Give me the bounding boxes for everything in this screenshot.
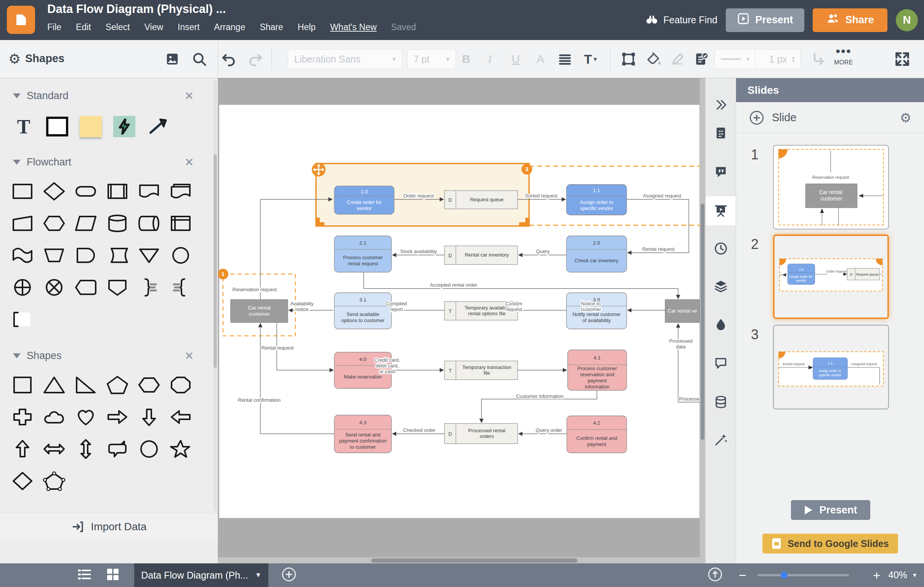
process-node-3.1[interactable]: 3.1Send availableoptions to customer bbox=[334, 293, 391, 329]
page-tab[interactable]: Data Flow Diagram (Ph... ▼ bbox=[134, 563, 268, 587]
data-store[interactable]: DRental car inventory bbox=[444, 246, 518, 264]
present-button[interactable]: Present bbox=[726, 8, 804, 32]
canvas-vscroll-thumb[interactable] bbox=[701, 204, 705, 440]
group-badge[interactable]: 1 bbox=[218, 269, 228, 279]
zoom-level[interactable]: 40% ▼ bbox=[888, 569, 917, 580]
slides-settings-gear-icon[interactable]: ⚙ bbox=[900, 110, 911, 125]
shape-preparation[interactable] bbox=[41, 212, 68, 234]
zoom-out-button[interactable]: − bbox=[739, 568, 746, 583]
history-icon[interactable] bbox=[706, 234, 736, 263]
shape-arrow[interactable] bbox=[146, 115, 169, 139]
canvas[interactable]: 1.0Create order forvendor1.1Assign order… bbox=[218, 78, 705, 563]
font-size-select[interactable]: 7 pt▾ bbox=[407, 49, 456, 69]
shape-data-icon[interactable] bbox=[706, 119, 736, 147]
process-node-4.2[interactable]: 4.2Confirm rental andpayment bbox=[567, 416, 627, 453]
shape-merge[interactable] bbox=[136, 244, 162, 266]
layers-icon[interactable] bbox=[706, 272, 736, 301]
shape-brace-right[interactable] bbox=[136, 276, 162, 298]
close-section-icon[interactable]: ✕ bbox=[185, 349, 194, 363]
shape-polygon-editable[interactable] bbox=[41, 470, 68, 492]
shape-display-flag[interactable] bbox=[9, 244, 36, 266]
process-node-1.0[interactable]: 1.0Create order forvendor bbox=[334, 186, 394, 214]
shape-internal-storage[interactable] bbox=[167, 212, 194, 234]
sidebar-scrollbar-thumb[interactable] bbox=[213, 154, 217, 368]
shape-star[interactable] bbox=[167, 438, 194, 460]
shape-frame-icon[interactable] bbox=[620, 51, 637, 67]
zoom-to-selection-icon[interactable] bbox=[708, 567, 723, 584]
shape-pentagon[interactable] bbox=[104, 374, 131, 396]
shape-callout[interactable] bbox=[104, 438, 131, 460]
comments-icon[interactable] bbox=[706, 157, 736, 186]
menu-file[interactable]: File bbox=[47, 22, 61, 32]
close-section-icon[interactable]: ✕ bbox=[185, 155, 194, 169]
slide-thumbnail-2-selected[interactable]: 1.0 Create order for vendor Order reques… bbox=[773, 234, 889, 319]
process-node-1.1[interactable]: 1.1Assign order tospecific vendor bbox=[566, 185, 627, 215]
menu-help[interactable]: Help bbox=[298, 22, 316, 32]
menu-insert[interactable]: Insert bbox=[178, 22, 200, 32]
move-handle-icon[interactable] bbox=[312, 163, 325, 176]
add-page-icon[interactable] bbox=[281, 567, 297, 584]
import-data-button[interactable]: Import Data bbox=[0, 513, 218, 540]
shape-document[interactable] bbox=[136, 180, 162, 203]
more-button[interactable]: ••• MORE bbox=[830, 45, 857, 66]
shape-magic-bolt[interactable] bbox=[113, 115, 136, 139]
shape-arrow-left[interactable] bbox=[167, 406, 194, 428]
external-entity[interactable]: Car rental ve bbox=[665, 300, 700, 323]
collapse-panel-icon[interactable] bbox=[706, 90, 736, 119]
shape-arrow-ud[interactable] bbox=[73, 438, 99, 460]
redo-icon[interactable] bbox=[247, 51, 264, 68]
shape-connector[interactable] bbox=[167, 244, 194, 266]
data-store[interactable]: DRequest queue bbox=[444, 191, 518, 209]
shape-cloud[interactable] bbox=[41, 406, 68, 428]
image-icon[interactable] bbox=[165, 51, 180, 67]
shape-text[interactable]: T bbox=[12, 115, 35, 139]
shape-manual-input[interactable] bbox=[9, 212, 36, 234]
slide-thumbnail-1[interactable]: Reservation request Car rental customer bbox=[773, 145, 889, 229]
section-standard[interactable]: Standard ✕ bbox=[0, 87, 218, 104]
shape-rectangle[interactable] bbox=[46, 115, 69, 139]
shape-multi-document[interactable] bbox=[167, 180, 194, 203]
data-store[interactable]: DProcessed rentalorders bbox=[444, 424, 518, 444]
zoom-in-button[interactable]: + bbox=[873, 568, 881, 583]
theme-icon[interactable] bbox=[706, 310, 736, 339]
search-icon[interactable] bbox=[191, 51, 207, 67]
data-linking-icon[interactable] bbox=[706, 387, 736, 417]
shape-direct-data[interactable] bbox=[136, 212, 162, 234]
line-style-value[interactable]: ▾ bbox=[715, 49, 756, 69]
shape-arrow-down[interactable] bbox=[136, 406, 162, 428]
process-node-2.1[interactable]: 2.1Process customerrental request bbox=[334, 236, 391, 272]
fill-bucket-icon[interactable] bbox=[646, 51, 662, 67]
section-shapes[interactable]: Shapes ✕ bbox=[0, 347, 218, 364]
shape-delay[interactable] bbox=[73, 244, 99, 266]
menu-edit[interactable]: Edit bbox=[76, 22, 91, 32]
shape-display[interactable] bbox=[73, 276, 99, 298]
underline-button[interactable]: U bbox=[512, 53, 520, 66]
italic-button[interactable]: I bbox=[488, 53, 492, 66]
text-options-button[interactable]: T▾ bbox=[584, 51, 597, 66]
share-button[interactable]: Share bbox=[813, 8, 888, 32]
process-node-4.3[interactable]: 4.3Send rental andpayment confirmationto… bbox=[334, 415, 391, 453]
external-entity[interactable]: Car rentalcustomer bbox=[231, 300, 288, 323]
menu-select[interactable]: Select bbox=[106, 22, 130, 32]
shape-summing-junction[interactable] bbox=[41, 276, 68, 298]
font-select[interactable]: Liberation Sans▾ bbox=[288, 49, 402, 69]
line-color-pencil-icon[interactable] bbox=[670, 51, 685, 67]
send-to-google-slides-button[interactable]: Send to Google Slides bbox=[762, 534, 898, 554]
process-node-2.0[interactable]: 2.0Check car inventory bbox=[566, 236, 627, 272]
shape-decision[interactable] bbox=[41, 180, 68, 203]
slide-thumbnail-3[interactable]: Sorted request 1.1 Assign order to speci… bbox=[773, 325, 889, 409]
canvas-hscroll-thumb[interactable] bbox=[371, 558, 578, 562]
shape-octagon[interactable] bbox=[167, 374, 194, 396]
shape-brace-left[interactable] bbox=[167, 276, 194, 298]
shape-data[interactable] bbox=[73, 212, 99, 234]
line-width-stepper[interactable]: 1 px ▲▼ bbox=[765, 54, 800, 65]
shape-circle[interactable] bbox=[136, 438, 162, 460]
text-color-button[interactable]: A bbox=[537, 53, 544, 66]
magic-icon[interactable] bbox=[706, 425, 736, 454]
process-node-4.1[interactable]: 4.1Process customerreservation andpaymen… bbox=[568, 350, 627, 390]
panel-present-button[interactable]: Present bbox=[791, 500, 870, 520]
menu-arrange[interactable]: Arrange bbox=[214, 22, 246, 32]
chat-icon[interactable] bbox=[706, 348, 736, 378]
gear-icon[interactable]: ⚙ bbox=[8, 51, 21, 67]
shape-note[interactable] bbox=[9, 308, 36, 330]
